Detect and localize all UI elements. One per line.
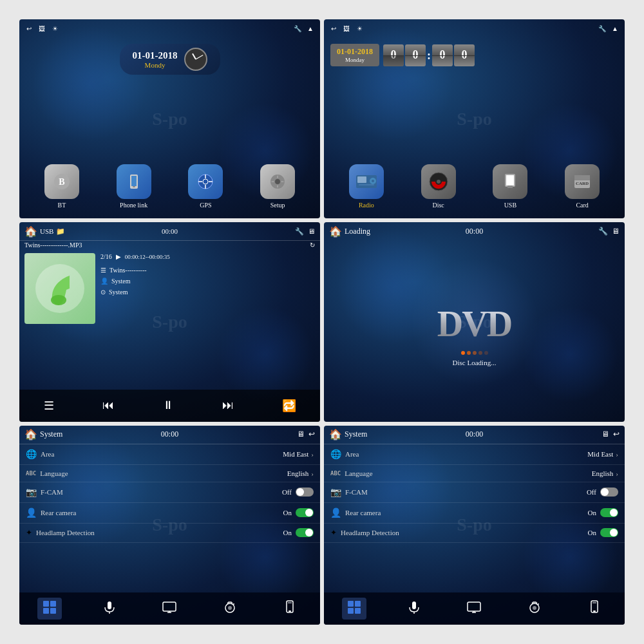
sys1-back-icon[interactable]: ↩ bbox=[308, 430, 315, 439]
nav2-camera[interactable] bbox=[522, 598, 547, 620]
setup-icon[interactable] bbox=[260, 164, 295, 199]
nav-camera[interactable] bbox=[218, 598, 242, 620]
tools-icon2[interactable]: 🔧 bbox=[598, 24, 607, 33]
home-icon-gps[interactable]: GPS bbox=[188, 164, 223, 209]
screen-home: S-po ↩ 🖼 ☀ 🔧 ▲ 01-01-2018 Mondy bbox=[19, 19, 320, 218]
area2-arrow: › bbox=[616, 450, 618, 458]
card-icon[interactable]: CARD bbox=[565, 164, 600, 199]
ctrl-playpause[interactable]: ⏸ bbox=[162, 399, 174, 412]
sys2-back-icon[interactable]: ↩ bbox=[613, 430, 620, 439]
sys2-header-right: 🖥 ↩ bbox=[601, 430, 620, 439]
disc-icon[interactable] bbox=[421, 164, 456, 199]
usb-screen-icon[interactable]: 🖥 bbox=[308, 227, 315, 236]
media-icon-usb[interactable]: USB bbox=[493, 164, 527, 209]
gps-icon[interactable] bbox=[188, 164, 223, 199]
top-bar-left: ↩ 🖼 ☀ bbox=[24, 24, 59, 33]
playlist-name-1: Twins---------- bbox=[109, 267, 147, 274]
playlist-item-1[interactable]: ☰ Twins---------- bbox=[100, 267, 315, 274]
date-text: 01-01-2018 bbox=[133, 50, 178, 61]
image-icon2[interactable]: 🖼 bbox=[342, 24, 351, 33]
svg-rect-31 bbox=[43, 601, 49, 607]
svg-point-20 bbox=[437, 180, 440, 184]
setting-language[interactable]: ABC Language English › bbox=[19, 465, 320, 482]
bt-label: BT bbox=[57, 202, 66, 209]
rear2-icon: 👤 bbox=[330, 507, 341, 518]
back-icon2[interactable]: ↩ bbox=[329, 24, 338, 33]
home-icon-usb[interactable]: 🏠 bbox=[24, 225, 37, 238]
nav-windows[interactable] bbox=[37, 598, 62, 620]
area-value: Mid East bbox=[283, 450, 308, 458]
dvd-screen-icon[interactable]: 🖥 bbox=[612, 227, 620, 236]
area2-icon: 🌐 bbox=[330, 449, 341, 460]
svg-rect-3 bbox=[131, 176, 137, 186]
flip-colon1: : bbox=[427, 44, 431, 66]
svg-rect-34 bbox=[50, 608, 56, 614]
svg-point-12 bbox=[275, 179, 280, 184]
lang-icon: ABC bbox=[26, 470, 36, 477]
sun-icon2[interactable]: ☀ bbox=[355, 24, 364, 33]
back-icon[interactable]: ↩ bbox=[24, 24, 33, 33]
arrow-up-icon[interactable]: ▲ bbox=[306, 24, 315, 33]
usb-icon[interactable] bbox=[493, 164, 527, 199]
dvd-header: 🏠 Loading 00:00 🔧 🖥 bbox=[324, 222, 625, 240]
media-icon-radio[interactable]: Radio bbox=[349, 164, 384, 209]
media-icon-card[interactable]: CARD Card bbox=[565, 164, 600, 209]
sys1-screen-icon[interactable]: 🖥 bbox=[297, 430, 305, 439]
rear-toggle[interactable] bbox=[296, 508, 314, 517]
headlamp-toggle[interactable] bbox=[296, 528, 314, 537]
svg-rect-59 bbox=[593, 611, 596, 612]
setting-fcam[interactable]: 📷 F-CAM Off bbox=[19, 482, 320, 503]
usb-controls: ☰ ⏮ ⏸ ⏭ 🔁 bbox=[19, 390, 320, 422]
setting-area[interactable]: 🌐 Area Mid East › bbox=[19, 444, 320, 465]
home-icon-bt[interactable]: B BT bbox=[44, 164, 79, 209]
ctrl-repeat[interactable]: 🔁 bbox=[282, 399, 296, 413]
arrow-up-icon2[interactable]: ▲ bbox=[611, 24, 620, 33]
ctrl-prev[interactable]: ⏮ bbox=[102, 399, 114, 412]
setting2-rear[interactable]: 👤 Rear camera On bbox=[324, 503, 625, 524]
setting-headlamp[interactable]: ✦ Headlamp Detection On bbox=[19, 524, 320, 543]
fcam2-toggle[interactable] bbox=[600, 488, 618, 497]
playlist: ☰ Twins---------- 👤 System ⊙ System bbox=[100, 267, 315, 296]
nav2-phone[interactable] bbox=[582, 598, 607, 620]
fcam-toggle[interactable] bbox=[296, 488, 314, 497]
sys2-screen-icon[interactable]: 🖥 bbox=[601, 430, 609, 439]
dvd-settings-icon[interactable]: 🔧 bbox=[598, 227, 608, 236]
media-icon-disc[interactable]: Disc bbox=[421, 164, 456, 209]
svg-rect-4 bbox=[133, 186, 135, 187]
nav-display[interactable] bbox=[157, 598, 182, 620]
nav-phone[interactable] bbox=[278, 598, 302, 620]
nav2-display[interactable] bbox=[462, 598, 486, 620]
setting-rear[interactable]: 👤 Rear camera On bbox=[19, 503, 320, 524]
nav2-windows[interactable] bbox=[342, 598, 366, 620]
home-icon-setup[interactable]: Setup bbox=[260, 164, 295, 209]
nav2-mic[interactable] bbox=[402, 598, 426, 620]
settings-icon[interactable]: ☀ bbox=[50, 24, 59, 33]
bt-icon[interactable]: B bbox=[44, 164, 79, 199]
ctrl-next[interactable]: ⏭ bbox=[222, 399, 234, 412]
tools-icon[interactable]: 🔧 bbox=[293, 24, 302, 33]
playlist-item-3[interactable]: ⊙ System bbox=[100, 289, 315, 296]
usb-settings-icon[interactable]: 🔧 bbox=[295, 227, 304, 236]
radio-icon[interactable] bbox=[349, 164, 384, 199]
watermark: S-po bbox=[152, 109, 187, 129]
setting2-area[interactable]: 🌐 Area Mid East › bbox=[324, 444, 625, 465]
phone-icon[interactable] bbox=[117, 164, 151, 199]
sys2-header: 🏠 System 00:00 🖥 ↩ bbox=[324, 426, 625, 444]
play-icon[interactable]: ▶ bbox=[116, 253, 121, 260]
sys1-home-icon[interactable]: 🏠 bbox=[24, 428, 37, 440]
dvd-home-icon[interactable]: 🏠 bbox=[329, 225, 342, 238]
rear2-toggle[interactable] bbox=[600, 508, 618, 517]
playlist-item-2[interactable]: 👤 System bbox=[100, 278, 315, 285]
headlamp2-toggle[interactable] bbox=[600, 528, 618, 537]
usb-folder-icon[interactable]: 📁 bbox=[56, 227, 65, 236]
image-icon[interactable]: 🖼 bbox=[37, 24, 46, 33]
setting2-headlamp[interactable]: ✦ Headlamp Detection On bbox=[324, 524, 625, 543]
setting2-language[interactable]: ABC Language English › bbox=[324, 465, 625, 482]
sys2-home-icon[interactable]: 🏠 bbox=[329, 428, 342, 440]
repeat-icon[interactable]: ↻ bbox=[310, 242, 315, 249]
nav-mic[interactable] bbox=[97, 598, 122, 620]
svg-rect-14 bbox=[357, 176, 366, 183]
home-icon-phone[interactable]: Phone link bbox=[117, 164, 151, 209]
ctrl-playlist[interactable]: ☰ bbox=[44, 399, 54, 413]
setting2-fcam[interactable]: 📷 F-CAM Off bbox=[324, 482, 625, 503]
